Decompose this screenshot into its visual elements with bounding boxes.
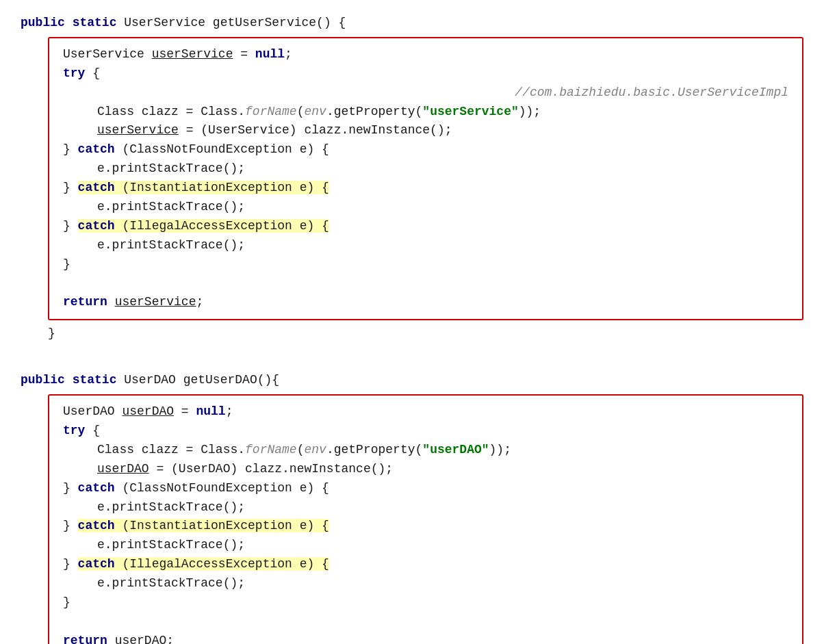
string-userDAO-1: "userDAO" [422,443,489,456]
keyword-null-1: null [255,47,285,61]
keyword-static-2: static [73,373,117,387]
try-close-2: } [63,593,788,613]
method-signature-1: public static UserService getUserService… [21,14,803,33]
method-close-1: } [48,324,803,344]
catch2-body-2: e.printStackTrace(); [63,536,788,555]
keyword-try-2: try [63,424,85,437]
catch3-line-2: } catch (IllegalAccessException e) { [63,555,788,574]
keyword-catch3-2: catch [78,557,115,571]
method-forname-2: forName [245,443,297,456]
class-forname-2: Class clazz = Class.forName(env.getPrope… [63,441,788,460]
catch2-line-1: } catch (InstantiationException e) { [63,179,788,198]
class-forname-1: Class clazz = Class.forName(env.getPrope… [63,103,788,122]
userdao-assign-1: userDAO = (UserDAO) clazz.newInstance(); [63,460,788,479]
catch3-line-1: } catch (IllegalAccessException e) { [63,217,788,236]
catch3-highlight-2: catch (IllegalAccessException e) { [78,557,329,571]
userservice-assign-1: userService = (UserService) clazz.newIns… [63,121,788,140]
method-body-box-1: UserService userService = null; try { //… [48,37,803,320]
try-open-2: try { [63,422,788,441]
code-block-2: public static UserDAO getUserDAO(){ User… [21,371,803,644]
string-userService-1: "userService" [422,105,518,118]
catch1-body-1: e.printStackTrace(); [63,159,788,179]
catch1-body-2: e.printStackTrace(); [63,498,788,517]
try-close-1: } [63,255,788,274]
var-userDAO-assign-1: userDAO [97,462,149,476]
keyword-return-1: return [63,295,107,309]
var-userService-assign-1: userService [97,123,179,137]
keyword-static: static [73,16,117,29]
var-declaration-2: UserDAO userDAO = null; [63,402,788,422]
keyword-public-2: public [21,373,65,387]
keyword-catch1-2: catch [78,481,115,495]
keyword-return-2: return [63,634,107,644]
catch2-line-2: } catch (InstantiationException e) { [63,517,788,536]
comment-line-1: //com.baizhiedu.basic.UserServiceImpl [63,83,788,103]
method-signature-2: public static UserDAO getUserDAO(){ [21,371,803,390]
keyword-public: public [21,16,65,29]
keyword-catch2-1: catch [78,181,115,194]
env-ref-2: env [304,443,326,456]
keyword-null-2: null [196,404,225,418]
method-body-box-2: UserDAO userDAO = null; try { Class claz… [48,394,803,644]
catch3-body-1: e.printStackTrace(); [63,236,788,255]
catch2-highlight-1: catch (InstantiationException e) { [78,181,329,194]
catch3-highlight-1: catch (IllegalAccessException e) { [78,219,329,233]
return-var-1: userService [115,295,196,309]
catch1-line-2: } catch (ClassNotFoundException e) { [63,479,788,498]
env-ref-1: env [304,105,326,118]
return-line-1: return userService; [63,293,788,312]
var-declaration-1: UserService userService = null; [63,45,788,64]
method-forname-1: forName [245,105,297,118]
var-userService-1: userService [152,47,233,61]
keyword-catch3-1: catch [78,219,115,233]
catch3-body-2: e.printStackTrace(); [63,574,788,593]
catch1-line-1: } catch (ClassNotFoundException e) { [63,140,788,159]
code-block-1: public static UserService getUserService… [21,14,803,344]
keyword-catch2-2: catch [78,519,115,532]
section-gap [21,344,803,371]
return-var-2: userDAO [115,634,167,644]
var-userDAO-1: userDAO [122,404,174,418]
blank-line-1 [63,274,788,294]
return-line-2: return userDAO; [63,632,788,644]
blank-line-2 [63,613,788,632]
keyword-catch1-1: catch [78,142,115,156]
catch2-highlight-2: catch (InstantiationException e) { [78,519,329,532]
keyword-try-1: try [63,66,85,80]
try-open-1: try { [63,64,788,83]
catch2-body-1: e.printStackTrace(); [63,198,788,217]
inline-comment-1: //com.baizhiedu.basic.UserServiceImpl [515,83,788,103]
